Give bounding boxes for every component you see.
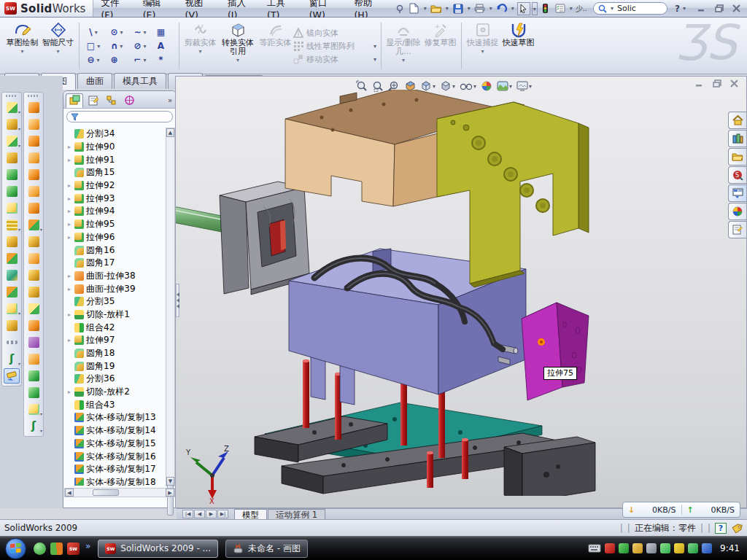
tree-vertical-scrollbar[interactable]: ▲ ▼ — [166, 128, 175, 486]
feature-tool-button[interactable]: ▾ — [4, 117, 20, 132]
surface-tool-button[interactable]: ▾ — [26, 133, 42, 149]
tree-item[interactable]: ▸ 分割35 — [65, 295, 165, 308]
prev-tab-button[interactable]: ◀ — [194, 510, 205, 518]
expand-arrow[interactable]: ▸ — [66, 157, 72, 163]
surface-tool-button[interactable]: ▾ — [26, 402, 42, 417]
section-view-icon[interactable] — [404, 80, 416, 92]
taskbar-item-paint[interactable]: 未命名 - 画图 — [225, 540, 308, 558]
surface-tool-button[interactable]: ▾ — [26, 301, 42, 316]
tree-item[interactable]: ▸ 圆角19 — [65, 359, 165, 373]
tree-item[interactable]: ▸ 分割36 — [65, 373, 165, 386]
print-dropdown[interactable]: ▾ — [488, 5, 494, 12]
expand-arrow[interactable]: ▸ — [66, 144, 72, 150]
feature-tool-button[interactable]: ▾ — [4, 184, 20, 199]
surface-tool-button[interactable]: ▾ — [26, 184, 42, 199]
sketch-entity-button[interactable]: ⌐▾ — [129, 54, 152, 66]
toolbar-grip[interactable] — [6, 95, 18, 97]
smart-dimension-button[interactable]: 智能尺寸 ▾ — [40, 20, 76, 72]
quick-launch-messenger-icon[interactable] — [34, 542, 46, 555]
surface-tool-button[interactable]: ▾ — [26, 335, 42, 350]
surface-tool-button[interactable]: ▾ — [26, 100, 42, 115]
tree-item[interactable]: ▸ 曲面-拉伸38 — [65, 270, 165, 283]
move-entities-button[interactable]: 移动实体 ▾ — [293, 54, 378, 65]
offset-entities-button[interactable]: 等距实体 ▾ — [258, 20, 293, 72]
magnified-selection-icon[interactable] — [388, 80, 400, 92]
tree-item[interactable]: ▸ 拉伸92 — [65, 179, 165, 192]
tree-item[interactable]: ▸ 拉伸91 — [65, 153, 165, 166]
next-tab-button[interactable]: ▶ — [206, 510, 217, 518]
expand-arrow[interactable]: ▸ — [66, 286, 72, 292]
tree-item[interactable]: ▸ 拉伸96 — [65, 231, 165, 244]
configuration-manager-tab[interactable] — [102, 93, 120, 108]
ribbon-tab[interactable]: 模具工具 — [114, 73, 166, 89]
new-dropdown[interactable]: ▾ — [422, 5, 428, 12]
expand-arrow[interactable]: ▸ — [66, 208, 72, 214]
file-explorer-button[interactable] — [728, 148, 746, 166]
display-style-icon[interactable]: ▾ — [440, 80, 455, 92]
print-icon[interactable] — [473, 2, 487, 15]
feature-manager-tab[interactable] — [66, 93, 83, 108]
magenta-insert[interactable] — [522, 303, 589, 400]
search-box[interactable]: ▾ Solic — [593, 2, 667, 15]
linear-sketch-pattern-button[interactable]: 线性草图阵列 ▾ — [293, 41, 378, 52]
close-button[interactable] — [732, 4, 741, 12]
design-library-button[interactable] — [728, 130, 746, 147]
doc-restore-button[interactable] — [713, 79, 721, 88]
tree-item[interactable]: ▸ 圆角17 — [65, 257, 165, 270]
minimize-button[interactable] — [697, 4, 706, 12]
tree-item[interactable]: ▸ 实体-移动/复制16 — [65, 450, 165, 463]
convert-entities-button[interactable]: 转换实体引用 ▾ — [218, 20, 258, 72]
rapid-sketch-button[interactable]: 快速草图 ▾ — [500, 20, 536, 72]
surface-tool-button[interactable]: ▾ — [26, 217, 42, 233]
first-tab-button[interactable]: |◀ — [182, 510, 193, 518]
surface-tool-button[interactable]: ʃ▾ — [26, 419, 42, 434]
clamp-block[interactable] — [220, 182, 309, 295]
tree-item[interactable]: ▸ 拉伸97 — [65, 334, 165, 347]
expand-arrow[interactable]: ▸ — [66, 234, 72, 241]
quick-snaps-button[interactable]: 快速捕捉 ▾ — [465, 20, 500, 72]
expand-arrow[interactable]: ▸ — [66, 389, 72, 395]
surface-tool-button[interactable]: ▾ — [26, 268, 42, 283]
feature-tool-button[interactable]: ▾ — [4, 167, 20, 182]
save-dropdown[interactable]: ▾ — [466, 5, 472, 12]
open-dropdown[interactable]: ▾ — [444, 5, 450, 12]
expand-arrow[interactable]: ▸ — [66, 182, 72, 189]
scroll-thumb[interactable] — [93, 489, 119, 496]
search-results-button[interactable]: S — [728, 166, 746, 184]
panel-splitter-handle[interactable] — [176, 284, 179, 317]
surface-tool-button[interactable]: ▾ — [26, 284, 42, 300]
tray-icon[interactable] — [660, 543, 670, 553]
feature-tool-button[interactable]: ▾ — [4, 100, 20, 115]
feature-tool-button[interactable]: ▾ — [4, 335, 20, 350]
doc-close-button[interactable] — [730, 79, 739, 88]
undo-icon[interactable] — [495, 2, 508, 15]
taskbar-item-solidworks[interactable]: SW SolidWorks 2009 - ... — [98, 540, 218, 558]
feature-tool-button[interactable]: ▾ — [4, 284, 20, 300]
tag-icon[interactable] — [731, 523, 743, 534]
tree-item[interactable]: ▸ 拉伸94 — [65, 205, 165, 218]
start-button[interactable] — [5, 538, 26, 559]
rebuild-icon[interactable] — [539, 2, 552, 15]
surface-tool-button[interactable]: ▾ — [26, 150, 42, 166]
panel-overflow-button[interactable]: » — [168, 96, 174, 104]
tray-icon[interactable] — [619, 543, 629, 553]
pin-icon[interactable] — [393, 2, 406, 15]
tree-item[interactable]: ▸ 实体-移动/复制14 — [65, 424, 165, 438]
tray-icon[interactable] — [688, 543, 698, 553]
motion-study-tab[interactable]: 运动算例 1 — [268, 509, 325, 519]
search-scope-dropdown[interactable]: ▾ — [609, 5, 615, 12]
scroll-right-button[interactable]: ▶ — [166, 489, 174, 497]
expand-arrow[interactable]: ▸ — [66, 311, 72, 318]
tree-item[interactable]: ▸ 拉伸93 — [65, 192, 165, 205]
solidworks-resources-button[interactable] — [728, 112, 746, 129]
feature-tool-button[interactable]: ▾ — [4, 301, 20, 316]
sketch-entity-button[interactable]: ⊕▾ — [106, 54, 129, 66]
options-dropdown[interactable]: ▾ — [568, 5, 574, 12]
surface-tool-button[interactable]: ▾ — [26, 117, 42, 132]
feature-tool-button[interactable]: ▾ — [4, 318, 20, 333]
surface-tool-button[interactable]: ▾ — [26, 201, 42, 216]
dimxpert-manager-tab[interactable] — [120, 93, 138, 108]
help-button[interactable]: ? — [675, 4, 680, 14]
hide-show-items-icon[interactable]: ▾ — [460, 81, 476, 91]
tree-item[interactable]: ▸ 圆角16 — [65, 244, 165, 257]
